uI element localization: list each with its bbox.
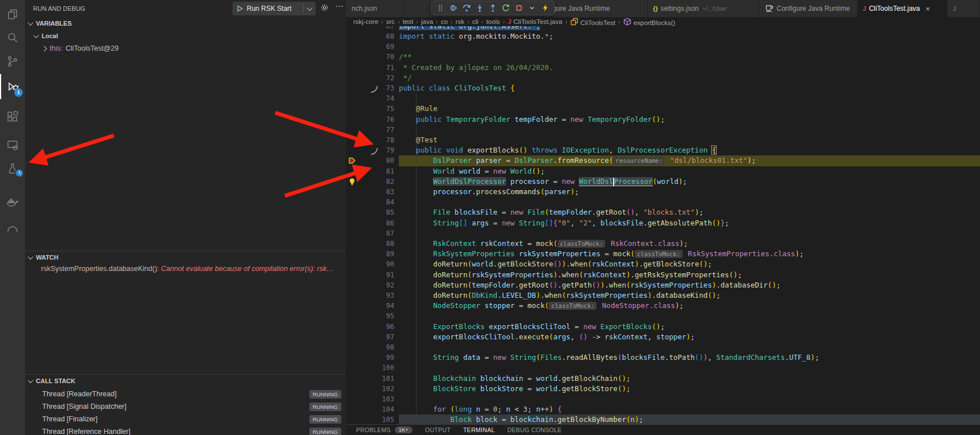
watch-expression-row[interactable]: rskSystemProperties.databaseKind(): Cann… <box>41 265 344 276</box>
code-line-96[interactable]: 96 ExportBlocks exportBlocksCliTool = ne… <box>346 322 980 332</box>
code-line-100[interactable]: 100 <box>346 363 980 373</box>
line-number[interactable]: 96 <box>346 322 394 332</box>
code-line-101[interactable]: 101 Blockchain blockchain = world.getBlo… <box>346 374 980 384</box>
line-number[interactable]: 101 <box>346 374 394 384</box>
line-number[interactable]: 82 <box>346 177 394 187</box>
line-number[interactable]: 87 <box>346 228 394 239</box>
activity-run-and-debug-icon[interactable]: 1 <box>0 74 25 99</box>
code-line-84[interactable]: 84 <box>346 197 980 207</box>
line-number[interactable]: 81 <box>346 166 394 177</box>
code-line-75[interactable]: 75 @Rule <box>346 104 980 114</box>
code-line-93[interactable]: 93 doReturn(DbKind.LEVEL_DB).when(rskSys… <box>346 290 980 301</box>
code-line-73[interactable]: 73public class CliToolsTest { <box>346 83 980 93</box>
code-editor[interactable]: 67import static org.junit.Assert.*;68imp… <box>346 26 980 424</box>
callstack-section-header[interactable]: CALL STACK <box>25 375 346 387</box>
activity-docker-icon[interactable] <box>0 190 25 215</box>
code-line-92[interactable]: 92 doReturn(tempFolder.getRoot().getPath… <box>346 280 980 290</box>
code-line-88[interactable]: 88 RskContext rskContext = mock(classToM… <box>346 239 980 249</box>
thread-row[interactable]: Thread [Finalizer]RUNNING <box>25 413 346 426</box>
line-number[interactable]: 70 <box>346 52 394 62</box>
code-line-79[interactable]: 79 public void exportBlocks() throws IOE… <box>346 145 980 155</box>
code-line-74[interactable]: 74 <box>346 93 980 104</box>
tab-nch.json[interactable]: nch.json <box>346 0 403 17</box>
line-number[interactable]: 98 <box>346 342 394 352</box>
tab-CliToolsTest.java[interactable]: JCliToolsTest.java× <box>858 0 948 17</box>
line-number[interactable]: 94 <box>346 301 394 311</box>
code-line-71[interactable]: 71 * Created by ajlopez on 26/04/2020. <box>346 63 980 73</box>
line-number[interactable]: 104 <box>346 404 394 415</box>
code-line-85[interactable]: 85 File blocksFile = new File(tempFolder… <box>346 207 980 217</box>
variable-this-row[interactable]: this: CliToolsTest@29 <box>42 42 119 55</box>
code-line-72[interactable]: 72 */ <box>346 73 980 83</box>
line-number[interactable]: 79 <box>346 145 394 155</box>
code-line-94[interactable]: 94 NodeStopper stopper = mock(classToMoc… <box>346 301 980 311</box>
line-number[interactable]: 89 <box>346 249 394 259</box>
code-line-69[interactable]: 69 <box>346 42 980 52</box>
tab-Configure Java Runtime[interactable]: Configure Java Runtime <box>760 0 858 17</box>
code-line-81[interactable]: 81 World world = new World(); <box>346 166 980 177</box>
line-number[interactable]: 105 <box>346 415 394 424</box>
tab-settings.json[interactable]: {}settings.json~/.../User <box>648 0 760 17</box>
panel-tab-problems[interactable]: PROBLEMS1K+ <box>356 426 413 433</box>
line-number[interactable]: 83 <box>346 187 394 197</box>
panel-tab-debug-console[interactable]: DEBUG CONSOLE <box>507 426 562 433</box>
panel-tab-output[interactable]: OUTPUT <box>425 426 451 433</box>
line-number[interactable]: 91 <box>346 270 394 280</box>
code-line-97[interactable]: 97 exportBlocksCliTool.execute(args, () … <box>346 332 980 342</box>
line-number[interactable]: 85 <box>346 207 394 217</box>
line-number[interactable]: 71 <box>346 63 394 73</box>
code-line-102[interactable]: 102 BlockStore blockStore = world.getBlo… <box>346 384 980 394</box>
watch-section-header[interactable]: WATCH <box>25 251 346 264</box>
code-line-67[interactable]: 67import static org.junit.Assert.*; <box>346 26 980 31</box>
line-number[interactable]: 86 <box>346 218 394 228</box>
hot-code-replace-button[interactable] <box>538 2 552 14</box>
line-number[interactable]: 75 <box>346 104 394 114</box>
line-number[interactable]: 103 <box>346 394 394 404</box>
line-number[interactable]: 88 <box>346 239 394 249</box>
breadcrumb-src[interactable]: src <box>386 18 395 25</box>
activity-explorer-icon[interactable] <box>0 2 25 27</box>
stop-menu-button[interactable] <box>525 2 538 14</box>
code-line-80[interactable]: 80 DslParser parser = DslParser.fromReso… <box>346 155 980 166</box>
more-actions-icon[interactable]: ⋯ <box>335 1 344 11</box>
gear-icon[interactable] <box>320 3 329 14</box>
code-line-99[interactable]: 99 String data = new String(Files.readAl… <box>346 352 980 363</box>
thread-row[interactable]: Thread [Signal Dispatcher]RUNNING <box>25 401 346 413</box>
drag-handle-button[interactable] <box>434 2 447 14</box>
line-number[interactable]: 80 <box>346 155 394 166</box>
step-over-button[interactable] <box>460 2 473 14</box>
activity-extensions-icon[interactable] <box>0 104 25 129</box>
code-line-87[interactable]: 87 <box>346 228 980 239</box>
code-line-76[interactable]: 76 public TemporaryFolder tempFolder = n… <box>346 114 980 125</box>
breadcrumb-cli[interactable]: cli <box>472 18 479 25</box>
line-number[interactable]: 73 <box>346 83 394 93</box>
stop-button[interactable] <box>512 2 525 14</box>
activity-overflow-partial-icon[interactable] <box>0 215 25 240</box>
code-line-104[interactable]: 104 for (long n = 0; n < 3; n++) { <box>346 404 980 415</box>
activity-testing-icon[interactable] <box>0 156 25 181</box>
breadcrumb-co[interactable]: co <box>441 18 448 25</box>
tab-igure Java Runtime[interactable]: igure Java Runtime <box>545 0 648 17</box>
variables-scope-local[interactable]: Local <box>34 30 58 42</box>
expand-chevron-icon[interactable] <box>42 46 47 51</box>
breadcrumb-java[interactable]: java <box>421 18 433 25</box>
line-number[interactable]: 78 <box>346 135 394 145</box>
variables-section-header[interactable]: VARIABLES <box>25 17 346 30</box>
line-number[interactable]: 102 <box>346 384 394 394</box>
code-line-68[interactable]: 68import static org.mockito.Mockito.*; <box>346 31 980 42</box>
panel-tab-terminal[interactable]: TERMINAL <box>463 426 495 433</box>
code-line-90[interactable]: 90 doReturn(world.getBlockStore()).when(… <box>346 259 980 269</box>
line-number[interactable]: 72 <box>346 73 394 83</box>
breadcrumb-rsk[interactable]: rsk <box>456 18 464 25</box>
line-number[interactable]: 95 <box>346 311 394 321</box>
line-number[interactable]: 100 <box>346 363 394 373</box>
line-number[interactable]: 68 <box>346 31 394 42</box>
step-out-button[interactable] <box>486 2 499 14</box>
breadcrumb-symbol[interactable]: CliToolsTest <box>570 17 615 26</box>
code-line-98[interactable]: 98 <box>346 342 980 352</box>
line-number[interactable]: 84 <box>346 197 394 207</box>
breadcrumb-symbol[interactable]: exportBlocks() <box>623 17 676 26</box>
breadcrumb-tools[interactable]: tools <box>486 18 500 25</box>
line-number[interactable]: 93 <box>346 290 394 301</box>
code-line-105[interactable]: 105 Block block = blockchain.getBlockByN… <box>346 415 980 424</box>
